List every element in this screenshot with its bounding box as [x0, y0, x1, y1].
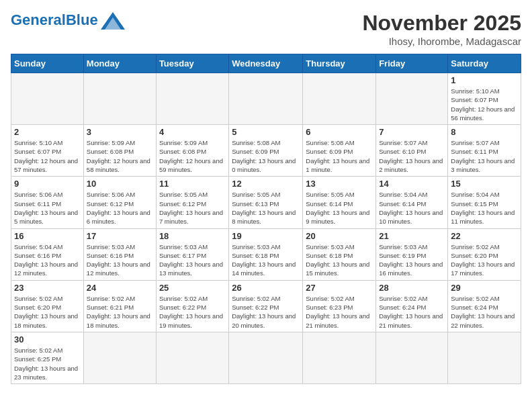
- day-info: Sunrise: 5:04 AM Sunset: 6:14 PM Dayligh…: [379, 190, 445, 226]
- day-number: 17: [87, 231, 153, 241]
- day-number: 13: [306, 179, 373, 189]
- day-number: 29: [451, 283, 518, 293]
- day-info: Sunrise: 5:03 AM Sunset: 6:17 PM Dayligh…: [159, 242, 226, 278]
- day-number: 19: [232, 231, 300, 241]
- calendar-cell: 27Sunrise: 5:02 AM Sunset: 6:23 PM Dayli…: [303, 280, 376, 332]
- day-info: Sunrise: 5:03 AM Sunset: 6:16 PM Dayligh…: [87, 242, 153, 278]
- day-number: 20: [306, 231, 373, 241]
- calendar-table: SundayMondayTuesdayWednesdayThursdayFrid…: [11, 54, 521, 384]
- day-info: Sunrise: 5:10 AM Sunset: 6:07 PM Dayligh…: [14, 138, 81, 174]
- calendar-header-row: SundayMondayTuesdayWednesdayThursdayFrid…: [11, 54, 521, 73]
- calendar-cell: [303, 73, 376, 125]
- logo-text: GeneralBlue: [11, 12, 98, 28]
- calendar-cell: [11, 73, 84, 125]
- day-number: 11: [159, 179, 226, 189]
- day-number: 10: [87, 179, 153, 189]
- day-info: Sunrise: 5:03 AM Sunset: 6:18 PM Dayligh…: [232, 242, 300, 278]
- calendar-day-header: Sunday: [11, 54, 84, 73]
- day-number: 28: [379, 283, 445, 293]
- day-number: 2: [14, 127, 81, 137]
- calendar-cell: 8Sunrise: 5:07 AM Sunset: 6:11 PM Daylig…: [448, 125, 521, 177]
- day-number: 25: [159, 283, 226, 293]
- day-number: 7: [379, 127, 445, 137]
- day-number: 9: [14, 179, 81, 189]
- calendar-cell: [156, 332, 228, 383]
- calendar-cell: 4Sunrise: 5:09 AM Sunset: 6:08 PM Daylig…: [156, 125, 228, 177]
- calendar-day-header: Saturday: [448, 54, 521, 73]
- day-info: Sunrise: 5:10 AM Sunset: 6:07 PM Dayligh…: [451, 87, 518, 122]
- day-number: 5: [232, 127, 300, 137]
- logo-general: General: [11, 11, 66, 28]
- calendar-cell: 28Sunrise: 5:02 AM Sunset: 6:24 PM Dayli…: [376, 280, 448, 332]
- calendar-cell: [83, 73, 156, 125]
- calendar-week-row: 1Sunrise: 5:10 AM Sunset: 6:07 PM Daylig…: [11, 73, 521, 125]
- day-number: 24: [87, 283, 153, 293]
- day-info: Sunrise: 5:02 AM Sunset: 6:20 PM Dayligh…: [451, 242, 518, 278]
- calendar-cell: 18Sunrise: 5:03 AM Sunset: 6:17 PM Dayli…: [156, 228, 228, 280]
- calendar-cell: [448, 332, 521, 383]
- calendar-cell: 26Sunrise: 5:02 AM Sunset: 6:22 PM Dayli…: [229, 280, 303, 332]
- day-info: Sunrise: 5:02 AM Sunset: 6:22 PM Dayligh…: [159, 294, 226, 330]
- logo-blue: Blue: [66, 11, 98, 28]
- calendar-week-row: 2Sunrise: 5:10 AM Sunset: 6:07 PM Daylig…: [11, 125, 521, 177]
- calendar-week-row: 30Sunrise: 5:02 AM Sunset: 6:25 PM Dayli…: [11, 332, 521, 383]
- day-number: 14: [379, 179, 445, 189]
- day-number: 12: [232, 179, 300, 189]
- day-info: Sunrise: 5:05 AM Sunset: 6:13 PM Dayligh…: [232, 190, 300, 226]
- calendar-cell: [229, 73, 303, 125]
- calendar-cell: 13Sunrise: 5:05 AM Sunset: 6:14 PM Dayli…: [303, 177, 376, 228]
- calendar-cell: 25Sunrise: 5:02 AM Sunset: 6:22 PM Dayli…: [156, 280, 228, 332]
- calendar-cell: 15Sunrise: 5:04 AM Sunset: 6:15 PM Dayli…: [448, 177, 521, 228]
- day-info: Sunrise: 5:02 AM Sunset: 6:22 PM Dayligh…: [232, 294, 300, 330]
- calendar-cell: 23Sunrise: 5:02 AM Sunset: 6:20 PM Dayli…: [11, 280, 84, 332]
- location-title: Ihosy, Ihorombe, Madagascar: [362, 36, 521, 47]
- day-info: Sunrise: 5:05 AM Sunset: 6:14 PM Dayligh…: [306, 190, 373, 226]
- calendar-cell: 29Sunrise: 5:02 AM Sunset: 6:24 PM Dayli…: [448, 280, 521, 332]
- day-info: Sunrise: 5:02 AM Sunset: 6:21 PM Dayligh…: [87, 294, 153, 330]
- day-info: Sunrise: 5:08 AM Sunset: 6:09 PM Dayligh…: [306, 138, 373, 174]
- logo-icon: [101, 12, 126, 30]
- day-info: Sunrise: 5:09 AM Sunset: 6:08 PM Dayligh…: [159, 138, 226, 174]
- day-info: Sunrise: 5:02 AM Sunset: 6:24 PM Dayligh…: [379, 294, 445, 330]
- calendar-cell: 6Sunrise: 5:08 AM Sunset: 6:09 PM Daylig…: [303, 125, 376, 177]
- calendar-cell: 2Sunrise: 5:10 AM Sunset: 6:07 PM Daylig…: [11, 125, 84, 177]
- day-number: 18: [159, 231, 226, 241]
- calendar-day-header: Wednesday: [229, 54, 303, 73]
- calendar-cell: [303, 332, 376, 383]
- calendar-cell: 20Sunrise: 5:03 AM Sunset: 6:18 PM Dayli…: [303, 228, 376, 280]
- calendar-day-header: Thursday: [303, 54, 376, 73]
- day-info: Sunrise: 5:08 AM Sunset: 6:09 PM Dayligh…: [232, 138, 300, 174]
- calendar-cell: [156, 73, 228, 125]
- calendar-day-header: Friday: [376, 54, 448, 73]
- day-info: Sunrise: 5:09 AM Sunset: 6:08 PM Dayligh…: [87, 138, 153, 174]
- day-number: 3: [87, 127, 153, 137]
- calendar-cell: [376, 332, 448, 383]
- calendar-cell: 1Sunrise: 5:10 AM Sunset: 6:07 PM Daylig…: [448, 73, 521, 125]
- calendar-week-row: 16Sunrise: 5:04 AM Sunset: 6:16 PM Dayli…: [11, 228, 521, 280]
- day-number: 30: [14, 334, 81, 345]
- day-info: Sunrise: 5:02 AM Sunset: 6:20 PM Dayligh…: [14, 294, 81, 330]
- calendar-cell: [83, 332, 156, 383]
- calendar-cell: 10Sunrise: 5:06 AM Sunset: 6:12 PM Dayli…: [83, 177, 156, 228]
- day-info: Sunrise: 5:03 AM Sunset: 6:19 PM Dayligh…: [379, 242, 445, 278]
- calendar-cell: 19Sunrise: 5:03 AM Sunset: 6:18 PM Dayli…: [229, 228, 303, 280]
- day-number: 4: [159, 127, 226, 137]
- day-info: Sunrise: 5:03 AM Sunset: 6:18 PM Dayligh…: [306, 242, 373, 278]
- calendar-week-row: 23Sunrise: 5:02 AM Sunset: 6:20 PM Dayli…: [11, 280, 521, 332]
- calendar-cell: 30Sunrise: 5:02 AM Sunset: 6:25 PM Dayli…: [11, 332, 84, 383]
- day-number: 26: [232, 283, 300, 293]
- day-info: Sunrise: 5:07 AM Sunset: 6:11 PM Dayligh…: [451, 138, 518, 174]
- day-number: 1: [451, 75, 518, 85]
- calendar-cell: [376, 73, 448, 125]
- day-info: Sunrise: 5:06 AM Sunset: 6:12 PM Dayligh…: [87, 190, 153, 226]
- title-area: November 2025 Ihosy, Ihorombe, Madagasca…: [362, 11, 521, 47]
- day-number: 27: [306, 283, 373, 293]
- calendar-cell: 11Sunrise: 5:05 AM Sunset: 6:12 PM Dayli…: [156, 177, 228, 228]
- calendar-cell: 21Sunrise: 5:03 AM Sunset: 6:19 PM Dayli…: [376, 228, 448, 280]
- calendar-cell: 17Sunrise: 5:03 AM Sunset: 6:16 PM Dayli…: [83, 228, 156, 280]
- calendar-cell: [229, 332, 303, 383]
- day-number: 8: [451, 127, 518, 137]
- calendar-cell: 7Sunrise: 5:07 AM Sunset: 6:10 PM Daylig…: [376, 125, 448, 177]
- calendar-cell: 5Sunrise: 5:08 AM Sunset: 6:09 PM Daylig…: [229, 125, 303, 177]
- day-info: Sunrise: 5:05 AM Sunset: 6:12 PM Dayligh…: [159, 190, 226, 226]
